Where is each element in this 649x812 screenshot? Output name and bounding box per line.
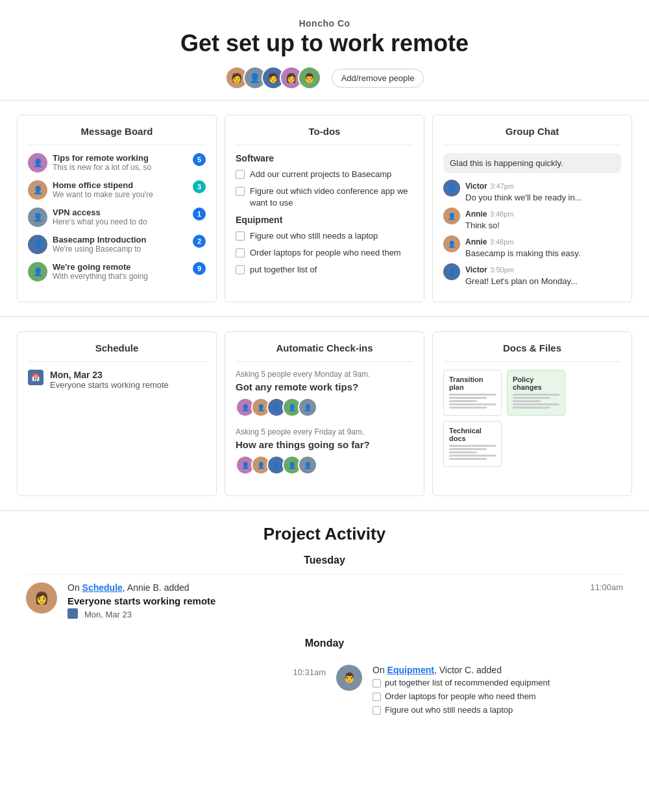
activity-main: Everyone starts working remote: [67, 595, 574, 606]
doc-card[interactable]: Transition plan: [443, 370, 502, 416]
chat-right: Annie 3:48pm Basecamp is making this eas…: [465, 235, 621, 258]
todo-item[interactable]: Add our current projects to Basecamp: [236, 169, 413, 180]
msg-preview: Here's what you need to do: [53, 217, 188, 226]
todo-small-checkbox[interactable]: [373, 679, 381, 687]
chat-bubble: Glad this is happening quickly.: [443, 153, 621, 173]
schedule-title: Schedule: [28, 342, 206, 362]
chat-avatar: 👤: [443, 208, 460, 224]
activity-link[interactable]: Schedule: [82, 582, 123, 593]
msg-title: VPN access: [53, 208, 188, 217]
todo-text: Figure out who still needs a laptop: [250, 230, 378, 242]
msg-preview: We want to make sure you're: [53, 190, 188, 199]
doc-lines: [449, 445, 496, 460]
todo-text: Order laptops for people who need them: [250, 247, 401, 259]
activity-meta: On Schedule, Annie B. added: [67, 582, 574, 593]
message-board-item[interactable]: 👤 Home office stipend We want to make su…: [28, 180, 206, 200]
todo-small-checkbox[interactable]: [373, 706, 381, 715]
checkin-avatars: 👤👤👤👤👤: [236, 398, 413, 417]
todo-item[interactable]: Figure out who still needs a laptop: [236, 230, 413, 242]
chat-sender: Annie: [465, 209, 487, 219]
chat-avatar: 👤: [443, 263, 460, 280]
chat-message: Great! Let's plan on Monday...: [465, 276, 621, 286]
message-board-item[interactable]: 👤 Basecamp Introduction We're using Base…: [28, 235, 206, 254]
activity-sub: Mon, Mar 23: [67, 609, 574, 619]
schedule-card: Schedule 📅 Mon, Mar 23 Everyone starts w…: [17, 331, 217, 496]
chat-sender: Annie: [465, 237, 487, 246]
schedule-list: 📅 Mon, Mar 23 Everyone starts working re…: [28, 370, 206, 390]
activity-todo-item: Figure out who still needs a laptop: [373, 705, 623, 715]
todo-checkbox[interactable]: [236, 187, 245, 196]
schedule-date: Mon, Mar 23: [50, 370, 169, 380]
chat-sender: Victor: [465, 265, 487, 274]
doc-line: [513, 400, 541, 402]
chat-item: Glad this is happening quickly.: [443, 153, 621, 173]
doc-title: Transition plan: [449, 376, 496, 391]
activity-title: Project Activity: [26, 524, 623, 544]
doc-lines: [449, 394, 496, 409]
activity-meta: On Equipment, Victor C. added: [373, 665, 623, 675]
msg-title: Home office stipend: [53, 180, 188, 190]
message-board-item[interactable]: 👤 VPN access Here's what you need to do …: [28, 208, 206, 227]
chat-message: Basecamp is making this easy.: [465, 248, 621, 258]
doc-line: [449, 455, 496, 457]
msg-title: We're going remote: [53, 262, 188, 272]
chat-message: Think so!: [465, 221, 621, 230]
todo-item[interactable]: Figure out which video conference app we…: [236, 185, 413, 209]
doc-line: [513, 394, 559, 396]
chat-sender: Victor: [465, 182, 487, 191]
doc-line: [449, 407, 487, 409]
todo-section-title: Software: [236, 153, 413, 163]
message-board-card: Message Board 👤 Tips for remote working …: [17, 115, 217, 302]
msg-content: Home office stipend We want to make sure…: [53, 180, 188, 199]
page-title: Get set up to work remote: [13, 30, 636, 57]
msg-avatar: 👤: [28, 262, 47, 281]
activity-content: Tuesday 👩 On Schedule, Annie B. added Ev…: [26, 555, 623, 726]
todo-checkbox[interactable]: [236, 265, 245, 274]
schedule-desc: Everyone starts working remote: [50, 380, 169, 390]
doc-lines: [513, 394, 559, 409]
todo-item[interactable]: Order laptops for people who need them: [236, 247, 413, 259]
checkin-meta: Asking 5 people every Monday at 9am.: [236, 370, 413, 379]
group-chat-title: Group Chat: [443, 126, 621, 145]
todo-checkbox[interactable]: [236, 170, 245, 179]
checkin-question: How are things going so far?: [236, 439, 413, 450]
activity-avatar: 👩: [26, 582, 57, 614]
message-board-item[interactable]: 👤 Tips for remote working This is new fo…: [28, 153, 206, 173]
activity-link[interactable]: Equipment: [387, 665, 434, 675]
doc-line: [513, 407, 550, 409]
doc-line: [513, 397, 550, 399]
message-board-item[interactable]: 👤 We're going remote With everything tha…: [28, 262, 206, 281]
add-remove-people-button[interactable]: Add/remove people: [332, 69, 424, 88]
msg-content: Basecamp Introduction We're using Baseca…: [53, 235, 188, 254]
todo-text: Add our current projects to Basecamp: [250, 169, 391, 180]
todo-item[interactable]: put together list of: [236, 264, 413, 276]
todo-checkbox[interactable]: [236, 248, 245, 257]
msg-badge: 5: [193, 153, 206, 166]
page-header: Honcho Co Get set up to work remote 🧑 👤 …: [0, 0, 649, 100]
activity-event: 10:31am 👨 On Equipment, Victor C. added …: [26, 657, 623, 726]
todo-list: Software Add our current projects to Bas…: [236, 153, 413, 276]
activity-spacer: [26, 665, 276, 719]
people-row: 🧑 👤 🧑 👩 👨 Add/remove people: [13, 66, 636, 90]
group-chat-card: Group Chat Glad this is happening quickl…: [432, 115, 632, 302]
todo-small-checkbox[interactable]: [373, 693, 381, 701]
doc-card[interactable]: Technical docs: [443, 421, 502, 467]
checkin-question: Got any remote work tips?: [236, 381, 413, 392]
chat-time: 3:47pm: [490, 182, 514, 190]
todo-checkbox[interactable]: [236, 232, 245, 241]
chat-item: 👤 Victor 3:47pm Do you think we'll be re…: [443, 180, 621, 202]
docs-card: Docs & Files Transition plan Policy chan…: [432, 331, 632, 496]
chat-avatar: 👤: [443, 180, 460, 197]
activity-day-label: Tuesday: [26, 555, 623, 566]
doc-card[interactable]: Policy changes: [507, 370, 565, 416]
checkin-item: Asking 5 people every Friday at 9am. How…: [236, 427, 413, 475]
avatar-group: 🧑 👤 🧑 👩 👨: [225, 66, 321, 90]
activity-avatar: 👨: [336, 665, 362, 691]
chat-list: Glad this is happening quickly. 👤 Victor…: [443, 153, 621, 286]
msg-title: Basecamp Introduction: [53, 235, 188, 245]
todo-small-text: Figure out who still needs a laptop: [385, 705, 513, 715]
activity-event-content: On Schedule, Annie B. added Everyone sta…: [67, 582, 574, 619]
message-board-title: Message Board: [28, 126, 206, 145]
msg-preview: This is new for a lot of us, so: [53, 163, 188, 172]
activity-event-content: On Equipment, Victor C. added put togeth…: [373, 665, 623, 719]
